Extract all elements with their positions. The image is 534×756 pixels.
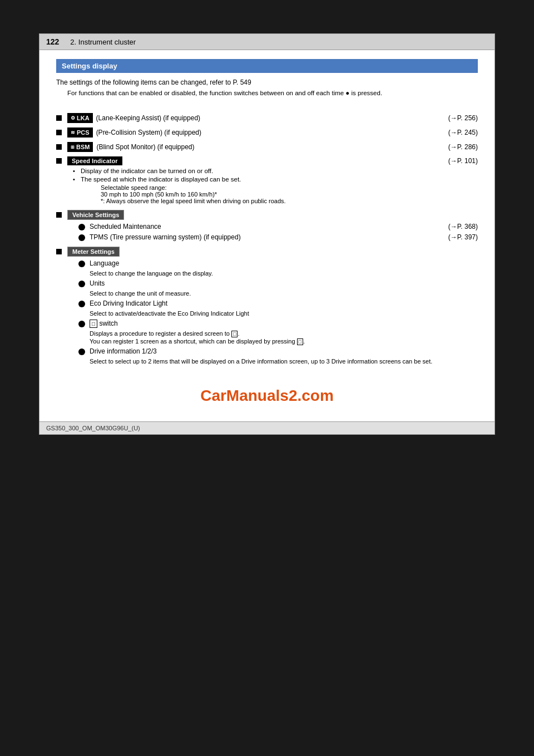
- page-wrapper: 122 2. Instrument cluster Settings displ…: [0, 0, 534, 756]
- pcs-icon: ≋: [71, 130, 75, 135]
- speed-bullet-2: • The speed at which the indicator is di…: [73, 176, 478, 183]
- eco-driving-sub: Select to activate/deactivate the Eco Dr…: [90, 310, 478, 317]
- switch-label: □ switch: [90, 320, 478, 327]
- lka-item-row: ⚙ LKA (Lane-Keeping Assist) (if equipped…: [56, 113, 478, 123]
- units-label: Units: [90, 279, 478, 287]
- square-bullet-meter: [56, 249, 62, 254]
- footer-text: GS350_300_OM_OM30G96U_(U): [46, 425, 140, 431]
- tpms-item: TPMS (Tire pressure warning system) (if …: [78, 233, 478, 241]
- vehicle-item-row: Vehicle Settings: [56, 210, 478, 220]
- circle-bullet-eco: [78, 301, 85, 307]
- speed-item-row: Speed Indicator (→P. 101): [56, 156, 478, 165]
- meter-sub-list: Language Select to change the language o…: [73, 259, 478, 365]
- square-bullet-speed: [56, 158, 62, 164]
- language-item: Language: [78, 259, 478, 267]
- switch-icon-inline2: □: [297, 338, 303, 345]
- pcs-badge: ≋ PCS: [67, 127, 93, 138]
- bsm-item-row: ⊞ BSM (Blind Spot Monitor) (if equipped)…: [56, 142, 478, 152]
- header-bar: 122 2. Instrument cluster: [39, 34, 495, 50]
- speed-ref: (→P. 101): [448, 157, 478, 165]
- switch-icon-inline1: □: [231, 331, 238, 337]
- square-bullet-vehicle: [56, 212, 62, 218]
- square-bullet-pcs: [56, 130, 62, 135]
- circle-bullet-sm: [78, 224, 85, 230]
- vehicle-badge: Vehicle Settings: [67, 210, 124, 220]
- content-area: Settings display The settings of the fol…: [39, 50, 495, 421]
- header-title: 2. Instrument cluster: [70, 38, 136, 46]
- pcs-ref: (→P. 245): [448, 129, 478, 136]
- footer-bar: GS350_300_OM_OM30G96U_(U): [39, 421, 495, 434]
- meter-item-row: Meter Settings: [56, 247, 478, 257]
- pcs-item-row: ≋ PCS (Pre-Collision System) (if equippe…: [56, 127, 478, 138]
- bsm-ref: (→P. 286): [448, 143, 478, 151]
- units-item: Units: [78, 279, 478, 287]
- language-label: Language: [90, 259, 478, 267]
- watermark-text: CarManuals2.com: [200, 387, 334, 404]
- switch-item: □ switch: [78, 320, 478, 327]
- lka-ref: (→P. 256): [448, 114, 478, 122]
- speed-badge: Speed Indicator: [67, 156, 122, 165]
- square-bullet-bsm: [56, 144, 62, 150]
- drive-info-sub: Select to select up to 2 items that will…: [90, 358, 478, 365]
- language-sub: Select to change the language on the dis…: [90, 270, 478, 277]
- scheduled-maintenance-item: Scheduled Maintenance (→P. 368): [78, 223, 478, 230]
- lka-badge: ⚙ LKA: [67, 113, 93, 123]
- circle-bullet-switch: [78, 321, 85, 327]
- bsm-badge: ⊞ BSM: [67, 142, 93, 152]
- circle-bullet-drive: [78, 348, 85, 355]
- speed-sub-list: • Display of the indicator can be turned…: [73, 168, 478, 204]
- intro-text: The settings of the following items can …: [56, 78, 478, 86]
- lka-icon: ⚙: [71, 115, 75, 121]
- drive-info-label: Drive information 1/2/3: [90, 347, 478, 355]
- tpms-label: TPMS (Tire pressure warning system) (if …: [90, 233, 448, 241]
- bsm-icon: ⊞: [71, 145, 75, 150]
- switch-sub1: Displays a procedure to register a desir…: [90, 330, 478, 337]
- section-header: Settings display: [56, 59, 478, 73]
- vehicle-sub-list: Scheduled Maintenance (→P. 368) TPMS (Ti…: [73, 223, 478, 241]
- pcs-label: (Pre-Collision System) (if equipped): [96, 129, 448, 136]
- bsm-label: (Blind Spot Monitor) (if equipped): [96, 143, 448, 151]
- tpms-ref: (→P. 397): [448, 233, 478, 241]
- page-number: 122: [46, 37, 59, 46]
- circle-bullet-lang: [78, 261, 85, 267]
- units-sub: Select to change the unit of measure.: [90, 290, 478, 297]
- speed-range-label: Selectable speed range: 30 mph to 100 mp…: [101, 184, 478, 204]
- eco-driving-item: Eco Driving Indicator Light: [78, 300, 478, 307]
- sub-intro-text: For functions that can be enabled or dis…: [67, 90, 478, 96]
- lka-label: (Lane-Keeping Assist) (if equipped): [96, 114, 448, 122]
- speed-bullet-1: • Display of the indicator can be turned…: [73, 168, 478, 174]
- switch-icon: □: [90, 320, 97, 328]
- switch-sub2: You can register 1 screen as a shortcut,…: [90, 338, 478, 345]
- circle-bullet-tpms: [78, 234, 85, 241]
- eco-driving-label: Eco Driving Indicator Light: [90, 300, 478, 307]
- watermark-area: CarManuals2.com: [56, 387, 478, 405]
- drive-info-item: Drive information 1/2/3: [78, 347, 478, 355]
- meter-badge: Meter Settings: [67, 247, 120, 257]
- scheduled-maintenance-ref: (→P. 368): [448, 223, 478, 230]
- scheduled-maintenance-label: Scheduled Maintenance: [90, 223, 448, 230]
- document-container: 122 2. Instrument cluster Settings displ…: [39, 33, 495, 435]
- square-bullet-lka: [56, 115, 62, 121]
- circle-bullet-units: [78, 281, 85, 287]
